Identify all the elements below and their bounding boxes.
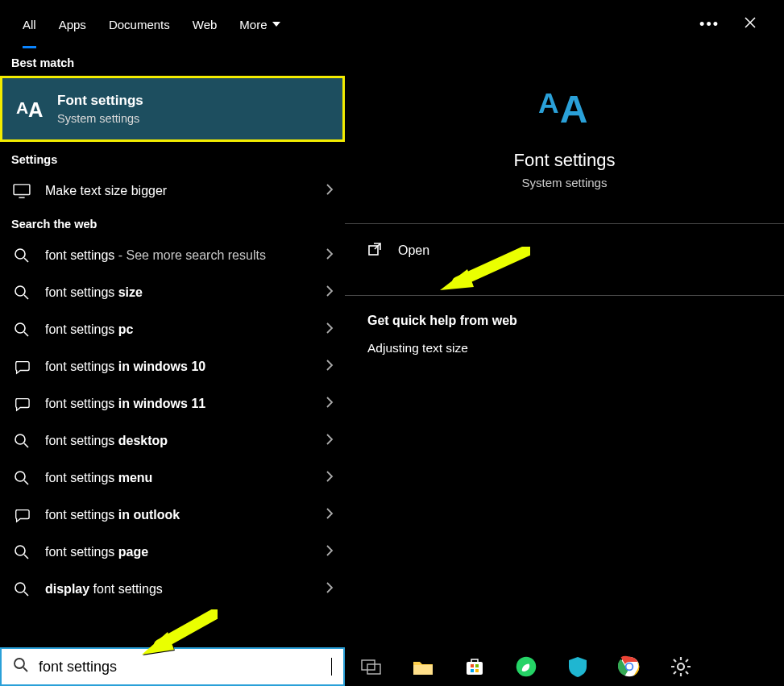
search-icon — [11, 247, 32, 264]
svg-point-6 — [15, 434, 25, 444]
web-result-label: font settings page — [45, 545, 313, 559]
web-result-label: font settings in windows 11 — [45, 397, 313, 411]
section-search-web: Search the web — [0, 210, 345, 237]
web-result-label: font settings in outlook — [45, 508, 313, 522]
quick-help-header: Get quick help from web — [345, 296, 784, 335]
font-aa-icon: A A — [14, 94, 46, 123]
best-match-title: Font settings — [57, 93, 143, 109]
web-result[interactable]: font settings size — [0, 274, 345, 311]
svg-rect-16 — [362, 660, 375, 670]
svg-text:A: A — [559, 88, 587, 131]
best-match-result[interactable]: A A Font settings System settings — [0, 76, 345, 142]
svg-rect-20 — [471, 664, 474, 667]
web-result-label: font settings - See more search results — [45, 248, 313, 263]
svg-rect-23 — [475, 669, 479, 672]
svg-point-28 — [678, 663, 684, 670]
chevron-right-icon — [326, 248, 334, 263]
text-cursor — [331, 658, 332, 676]
chevron-right-icon — [326, 545, 334, 559]
svg-point-27 — [627, 664, 633, 670]
web-result[interactable]: font settings in windows 10 — [0, 348, 345, 385]
preview-subtitle: System settings — [345, 176, 784, 189]
file-explorer-icon[interactable] — [411, 655, 435, 679]
svg-point-14 — [15, 659, 24, 668]
best-match-subtitle: System settings — [57, 112, 143, 125]
tab-apps[interactable]: Apps — [48, 0, 97, 48]
search-icon — [11, 322, 32, 338]
web-result-label: font settings size — [45, 285, 313, 300]
caret-down-icon — [272, 22, 280, 27]
chat-icon — [11, 507, 32, 523]
open-external-icon — [367, 242, 382, 260]
web-result[interactable]: font settings desktop — [0, 422, 345, 459]
search-box[interactable] — [0, 647, 345, 686]
svg-point-3 — [15, 249, 25, 259]
settings-result-label: Make text size bigger — [45, 184, 313, 198]
svg-rect-19 — [467, 662, 483, 675]
svg-text:A: A — [538, 87, 559, 119]
web-result-label: font settings pc — [45, 322, 313, 337]
preview-panel: A A Font settings System settings Open G… — [345, 48, 784, 686]
microsoft-store-icon[interactable] — [463, 655, 487, 679]
preview-title: Font settings — [345, 150, 784, 171]
open-label: Open — [398, 243, 429, 258]
settings-gear-icon[interactable] — [669, 655, 693, 679]
chevron-right-icon — [326, 360, 334, 374]
close-icon[interactable] — [744, 16, 757, 32]
open-action[interactable]: Open — [345, 224, 784, 277]
more-options-icon[interactable]: ••• — [699, 16, 720, 33]
taskbar — [345, 647, 784, 686]
tab-all[interactable]: All — [11, 0, 48, 48]
svg-point-7 — [15, 472, 25, 481]
search-input[interactable] — [39, 659, 330, 676]
svg-point-9 — [15, 583, 25, 592]
svg-text:A: A — [28, 98, 43, 120]
quick-help-item[interactable]: Adjusting text size — [345, 335, 784, 362]
monitor-icon — [11, 184, 32, 198]
section-best-match: Best match — [0, 48, 345, 76]
web-result[interactable]: font settings page — [0, 534, 345, 571]
chrome-icon[interactable] — [617, 655, 641, 679]
shield-icon[interactable] — [566, 655, 590, 679]
web-result[interactable]: font settings pc — [0, 311, 345, 348]
chevron-right-icon — [326, 322, 334, 337]
chat-icon — [11, 396, 32, 412]
svg-rect-21 — [475, 664, 479, 667]
chevron-right-icon — [326, 582, 334, 597]
tab-more[interactable]: More — [228, 0, 291, 48]
results-panel: Best match A A Font settings System sett… — [0, 48, 345, 686]
search-icon — [11, 581, 32, 597]
tab-documents[interactable]: Documents — [97, 0, 181, 48]
search-filter-tabs: All Apps Documents Web More ••• — [0, 0, 784, 48]
chevron-right-icon — [326, 184, 334, 198]
tab-web[interactable]: Web — [181, 0, 229, 48]
web-result-label: font settings menu — [45, 471, 313, 485]
chevron-right-icon — [326, 471, 334, 485]
svg-point-5 — [15, 323, 25, 333]
web-result[interactable]: font settings - See more search results — [0, 237, 345, 274]
web-result-label: font settings in windows 10 — [45, 360, 313, 374]
web-result[interactable]: font settings in windows 11 — [0, 385, 345, 422]
search-icon — [11, 544, 32, 560]
svg-text:A: A — [16, 98, 28, 117]
chevron-right-icon — [326, 397, 334, 411]
svg-rect-2 — [14, 185, 30, 195]
web-result[interactable]: display font settings — [0, 571, 345, 608]
tab-more-label: More — [239, 18, 267, 31]
web-result-label: display font settings — [45, 582, 313, 597]
svg-rect-22 — [471, 669, 474, 672]
whatsapp-icon[interactable] — [514, 655, 538, 679]
search-icon — [11, 470, 32, 486]
web-result[interactable]: font settings menu — [0, 459, 345, 497]
section-settings: Settings — [0, 145, 345, 173]
search-icon — [11, 285, 32, 301]
font-aa-large-icon: A A — [345, 81, 784, 135]
settings-result[interactable]: Make text size bigger — [0, 173, 345, 210]
svg-point-8 — [15, 546, 25, 555]
svg-rect-17 — [367, 664, 380, 674]
chevron-right-icon — [326, 285, 334, 300]
task-view-icon[interactable] — [359, 655, 384, 679]
web-result[interactable]: font settings in outlook — [0, 497, 345, 534]
svg-point-4 — [15, 286, 25, 296]
chevron-right-icon — [326, 434, 334, 448]
